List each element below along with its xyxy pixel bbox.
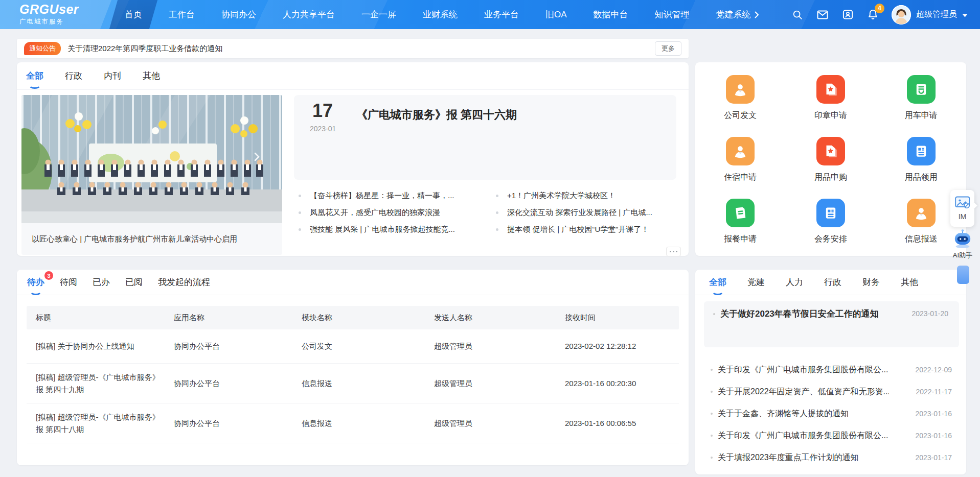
tab-to-read[interactable]: 待阅 bbox=[60, 276, 77, 288]
col-title: 标题 bbox=[27, 312, 174, 323]
nav-item-workbench[interactable]: 工作台 bbox=[155, 0, 208, 29]
chevron-right-icon bbox=[755, 11, 759, 18]
news-photo-caption: 以匠心致童心 | 广电城市服务护航广州市新儿童活动中心启用 bbox=[21, 223, 282, 255]
notices-tab-other[interactable]: 其他 bbox=[901, 276, 918, 288]
doc-star-icon bbox=[816, 75, 845, 104]
caret-down-icon bbox=[962, 10, 968, 19]
notices-tab-admin[interactable]: 行政 bbox=[824, 276, 841, 288]
news-item[interactable]: 深化交流互动 探索行业发展路径 | 广电城... bbox=[496, 208, 680, 218]
notification-count-badge: 4 bbox=[875, 4, 884, 13]
bullet-dot-icon bbox=[711, 391, 713, 393]
tab-done[interactable]: 已办 bbox=[93, 276, 110, 288]
col-sender-name: 发送人名称 bbox=[434, 312, 565, 323]
app-label: 公司发文 bbox=[724, 110, 757, 121]
nav-item-finance-system[interactable]: 业财系统 bbox=[409, 0, 471, 29]
avatar bbox=[892, 5, 911, 25]
bullet-dot-icon bbox=[711, 435, 713, 437]
notice-item[interactable]: 关于开展2022年固定资产、低值资产和无形资... 2022-11-17 bbox=[711, 387, 952, 397]
news-carousel[interactable]: 以匠心致童心 | 广电城市服务护航广州市新儿童活动中心启用 bbox=[21, 95, 282, 255]
table-row[interactable]: [拟稿] 超级管理员-《广电城市服务》报 第四十八期 协同办公平台 信息报送 超… bbox=[27, 403, 679, 443]
app-company-dispatch[interactable]: 公司发文 bbox=[695, 75, 786, 137]
search-icon[interactable] bbox=[791, 9, 804, 21]
tab-my-flows[interactable]: 我发起的流程 bbox=[158, 276, 210, 288]
announcement-text[interactable]: 关于清理2022年第四季度职工业务借款的通知 bbox=[67, 44, 655, 54]
nav-right-controls: 4 超级管理员 bbox=[791, 0, 968, 29]
featured-notice-date: 2023-01-20 bbox=[911, 309, 948, 318]
table-row[interactable]: [拟稿] 关于协同办公上线通知 协同办公平台 公司发文 超级管理员 2023-0… bbox=[27, 329, 679, 364]
workflow-table: 标题 应用名称 模块名称 发送人名称 接收时间 [拟稿] 关于协同办公上线通知 … bbox=[27, 306, 679, 443]
workflow-tabs: 待办 3 待阅 已办 已阅 我发起的流程 bbox=[17, 270, 689, 295]
robot-icon bbox=[951, 229, 974, 250]
notification-bell-icon[interactable]: 4 bbox=[867, 9, 879, 21]
featured-article-title: 《广电城市服务》报 第四十六期 bbox=[356, 107, 517, 123]
featured-article[interactable]: 17 2023-01 《广电城市服务》报 第四十六期 bbox=[294, 95, 676, 180]
nav-item-one-screen[interactable]: 一企一屏 bbox=[348, 0, 409, 29]
news-item[interactable]: +1！广州美术学院大学城校区！ bbox=[496, 191, 680, 201]
app-label: 信息报送 bbox=[905, 234, 938, 245]
bullet-dot-icon bbox=[711, 457, 713, 459]
bullet-dot-icon bbox=[299, 228, 301, 231]
featured-article-day: 17 bbox=[312, 100, 333, 122]
news-tab-journal[interactable]: 内刊 bbox=[104, 70, 121, 82]
announcement-more-button[interactable]: 更多 bbox=[655, 41, 681, 56]
tab-todo[interactable]: 待办 3 bbox=[27, 276, 44, 288]
todo-count-badge: 3 bbox=[44, 271, 53, 280]
nav-item-hr-platform[interactable]: 人力共享平台 bbox=[269, 0, 348, 29]
news-item[interactable]: 强技能 展风采 | 广电城市服务掀起技能竞... bbox=[299, 225, 483, 234]
doc-star-icon bbox=[816, 137, 845, 165]
table-row[interactable]: [拟稿] 超级管理员-《广电城市服务》报 第四十九期 协同办公平台 信息报送 超… bbox=[27, 364, 679, 403]
nav-item-collab-office[interactable]: 协同办公 bbox=[208, 0, 269, 29]
doc-pocket-icon bbox=[907, 75, 936, 104]
notices-tab-finance[interactable]: 财务 bbox=[862, 276, 880, 288]
app-label: 用品领用 bbox=[905, 172, 938, 183]
app-supplies-claim[interactable]: 用品领用 bbox=[876, 137, 966, 199]
news-tab-other[interactable]: 其他 bbox=[143, 70, 160, 82]
nav-item-business-platform[interactable]: 业务平台 bbox=[471, 0, 532, 29]
featured-article-month: 2023-01 bbox=[310, 125, 336, 133]
quick-apps-section: 公司发文 印章申请 用车申请 住宿申请 bbox=[695, 62, 966, 256]
mail-icon[interactable] bbox=[816, 9, 829, 21]
carousel-next-icon[interactable] bbox=[254, 152, 260, 163]
nav-item-knowledge[interactable]: 知识管理 bbox=[642, 0, 703, 29]
tab-read[interactable]: 已阅 bbox=[125, 276, 143, 288]
app-lodging-request[interactable]: 住宿申请 bbox=[695, 137, 786, 199]
ai-assistant-floating-button[interactable]: AI助手 bbox=[949, 229, 976, 260]
nav-item-home[interactable]: 首页 bbox=[111, 0, 155, 29]
nav-item-old-oa[interactable]: 旧OA bbox=[532, 0, 580, 29]
bullet-dot-icon bbox=[711, 413, 713, 415]
app-vehicle-request[interactable]: 用车申请 bbox=[876, 75, 966, 137]
app-meal-report[interactable]: 报餐申请 bbox=[695, 199, 786, 260]
im-floating-button[interactable]: IM bbox=[950, 190, 974, 227]
notice-item[interactable]: 关于于金鑫、齐渊铭等人提拔的通知 2023-01-16 bbox=[711, 409, 952, 419]
contacts-icon[interactable] bbox=[841, 9, 854, 21]
nav-item-party-system[interactable]: 党建系统 bbox=[703, 0, 772, 29]
news-tab-admin[interactable]: 行政 bbox=[65, 70, 82, 82]
news-item[interactable]: 提本领 促增长 | 广电校园“U学堂”开课了！ bbox=[496, 225, 680, 234]
notices-tab-party[interactable]: 党建 bbox=[747, 276, 765, 288]
app-label: 印章申请 bbox=[814, 110, 847, 121]
notices-tab-hr[interactable]: 人力 bbox=[786, 276, 803, 288]
featured-notice[interactable]: 关于做好2023年春节假日安全工作的通知 2023-01-20 bbox=[704, 301, 959, 347]
news-more-button[interactable] bbox=[666, 247, 681, 256]
nav-item-data-platform[interactable]: 数据中台 bbox=[580, 0, 642, 29]
news-section: 全部 行政 内刊 其他 bbox=[17, 62, 689, 256]
user-menu[interactable]: 超级管理员 bbox=[892, 5, 968, 25]
notice-item[interactable]: 关于填报2023年度重点工作计划的通知 2023-01-17 bbox=[711, 452, 952, 463]
notice-item[interactable]: 关于印发《广州广电城市服务集团股份有限公... 2023-01-16 bbox=[711, 431, 952, 441]
notices-section: 全部 党建 人力 行政 财务 其他 关于做好2023年春节假日安全工作的通知 2… bbox=[695, 270, 966, 474]
notice-item[interactable]: 关于印发《广州广电城市服务集团股份有限公... 2022-12-09 bbox=[711, 365, 952, 375]
news-tab-all[interactable]: 全部 bbox=[26, 70, 43, 82]
app-meeting-arrangement[interactable]: 会务安排 bbox=[786, 199, 876, 260]
side-panel-handle[interactable] bbox=[957, 266, 969, 284]
news-item[interactable]: 凤凰花又开，感受广电校园的独家浪漫 bbox=[299, 208, 483, 218]
notices-tabs: 全部 党建 人力 行政 财务 其他 bbox=[695, 270, 966, 295]
app-seal-request[interactable]: 印章申请 bbox=[786, 75, 876, 137]
app-supplies-purchase[interactable]: 用品申购 bbox=[786, 137, 876, 199]
news-tabs: 全部 行政 内刊 其他 bbox=[17, 62, 689, 90]
app-label: 会务安排 bbox=[814, 234, 847, 245]
bullet-dot-icon bbox=[713, 313, 715, 315]
notices-tab-all[interactable]: 全部 bbox=[709, 276, 726, 288]
top-nav-bar: GRGUser 广电城市服务 首页 工作台 协同办公 人力共享平台 一企一屏 业… bbox=[0, 0, 980, 29]
bullet-dot-icon bbox=[299, 195, 301, 197]
news-item[interactable]: 【奋斗榜样】杨星星：择一业，精一事，... bbox=[299, 191, 483, 201]
